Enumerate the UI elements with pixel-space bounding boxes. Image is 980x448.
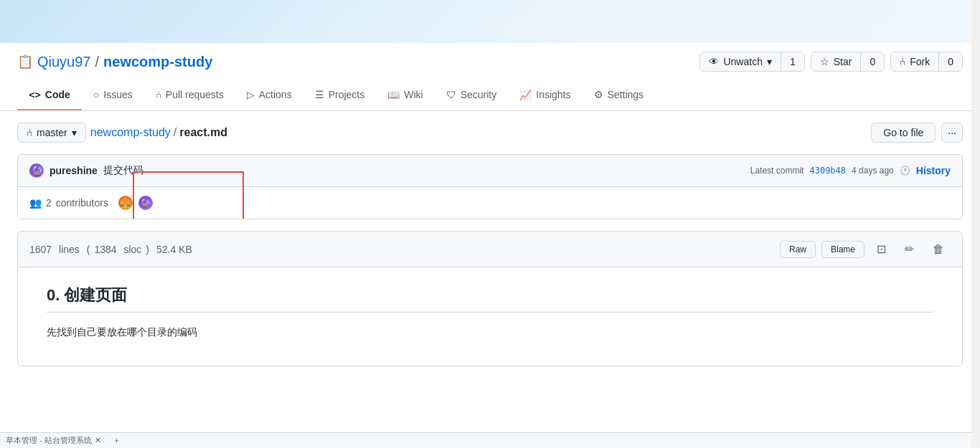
star-icon: ☆	[820, 56, 829, 67]
branch-selector[interactable]: ⑃ master ▾	[17, 123, 86, 143]
commit-message: 提交代码	[103, 164, 143, 177]
commit-hash[interactable]: 4309b48	[809, 166, 846, 176]
repo-actions: 👁 Unwatch ▾ 1 ☆ Star 0 ⑃ Fork	[699, 52, 963, 72]
star-label: Star	[834, 56, 852, 67]
file-sloc: 1384	[94, 244, 116, 255]
commit-box: 🔮 pureshine 提交代码 Latest commit 4309b48 4…	[17, 154, 963, 219]
breadcrumb-actions: Go to file ···	[871, 123, 963, 143]
tab-code[interactable]: <> Code	[17, 80, 82, 110]
unwatch-count[interactable]: 1	[781, 52, 804, 71]
contributor-count: 2	[46, 197, 52, 209]
insights-icon: 📈	[519, 89, 532, 100]
contributor-avatar-2[interactable]: 🔮	[137, 194, 154, 211]
file-actions: Raw Blame ⊡ ✏ 🗑	[780, 239, 951, 259]
unwatch-group: 👁 Unwatch ▾ 1	[699, 52, 804, 72]
file-size: 52.4 KB	[156, 244, 192, 255]
commit-header: 🔮 pureshine 提交代码 Latest commit 4309b48 4…	[18, 155, 962, 187]
repo-owner-link[interactable]: Qiuyu97	[37, 54, 91, 70]
delete-button[interactable]: 🗑	[926, 239, 951, 259]
commit-time: 4 days ago	[852, 166, 894, 176]
more-options-button[interactable]: ···	[941, 123, 963, 143]
tab-security[interactable]: 🛡 Security	[435, 80, 509, 110]
blame-button[interactable]: Blame	[821, 241, 864, 258]
pr-icon: ⑃	[156, 89, 161, 100]
repo-name-link[interactable]: newcomp-study	[103, 54, 212, 70]
tab-insights[interactable]: 📈 Insights	[508, 80, 582, 110]
fork-label: Fork	[910, 56, 930, 67]
fork-group: ⑃ Fork 0	[890, 52, 963, 72]
people-icon: 👥	[29, 197, 42, 209]
author-name[interactable]: pureshine	[50, 165, 98, 176]
breadcrumb-bar: ⑃ master ▾ newcomp-study / react.md Go t…	[17, 123, 963, 143]
breadcrumb-path: newcomp-study / react.md	[90, 126, 227, 139]
eye-icon: 👁	[709, 56, 719, 67]
history-link[interactable]: History	[916, 165, 951, 176]
file-lines: 1607	[29, 244, 52, 255]
unwatch-dropdown-icon: ▾	[767, 56, 772, 67]
tab-pull-requests[interactable]: ⑃ Pull requests	[144, 80, 235, 110]
star-button[interactable]: ☆ Star	[811, 52, 862, 71]
clock-icon: 🕐	[900, 166, 910, 176]
unwatch-button[interactable]: 👁 Unwatch ▾	[700, 52, 781, 71]
commit-author: 🔮 pureshine 提交代码	[29, 163, 143, 178]
tab-issues[interactable]: ○ Issues	[82, 80, 144, 110]
fork-count[interactable]: 0	[939, 52, 962, 71]
lines-label: lines	[59, 244, 80, 255]
tab-settings[interactable]: ⚙ Settings	[583, 80, 656, 110]
file-meta: 1607 lines (1384 sloc) 52.4 KB Raw Blame…	[18, 232, 962, 267]
latest-commit-label: Latest commit	[750, 166, 804, 176]
display-mode-button[interactable]: ⊡	[870, 239, 892, 259]
commit-meta: Latest commit 4309b48 4 days ago 🕐 Histo…	[750, 165, 951, 176]
main-content: ⑃ master ▾ newcomp-study / react.md Go t…	[0, 111, 980, 378]
author-avatar: 🔮	[29, 163, 44, 178]
fork-icon: ⑃	[900, 56, 905, 67]
contributor-avatars: 🍔 🔮	[117, 194, 154, 211]
star-count[interactable]: 0	[861, 52, 884, 71]
file-content: 0. 创建页面 先找到自己要放在哪个目录的编码	[18, 267, 962, 366]
security-icon: 🛡	[446, 89, 456, 100]
contributors-row: 👥 2 contributors 🍔 🔮	[18, 187, 962, 219]
edit-button[interactable]: ✏	[898, 239, 920, 259]
breadcrumb: ⑃ master ▾ newcomp-study / react.md	[17, 123, 227, 143]
file-info-bar: 1607 lines (1384 sloc) 52.4 KB Raw Blame…	[17, 231, 963, 366]
repo-icon: 📋	[17, 54, 33, 70]
nav-tabs: <> Code ○ Issues ⑃ Pull requests ▷ Actio…	[0, 80, 980, 111]
tab-projects[interactable]: ☰ Projects	[303, 80, 377, 110]
breadcrumb-separator: /	[174, 126, 176, 139]
actions-icon: ▷	[247, 89, 255, 100]
go-to-file-button[interactable]: Go to file	[871, 123, 936, 143]
repo-path: 📋 Qiuyu97 / newcomp-study	[17, 54, 212, 70]
contributors-label: 👥 2 contributors	[29, 197, 108, 209]
content-heading: 0. 创建页面	[47, 285, 933, 313]
tab-actions[interactable]: ▷ Actions	[235, 80, 303, 110]
page-header: 📋 Qiuyu97 / newcomp-study 👁 Unwatch ▾ 1 …	[0, 43, 980, 80]
file-sloc-parens: (	[87, 244, 90, 255]
breadcrumb-file: react.md	[179, 126, 227, 139]
unwatch-label: Unwatch	[723, 56, 762, 67]
tab-wiki[interactable]: 📖 Wiki	[376, 80, 434, 110]
code-icon: <>	[29, 89, 41, 100]
settings-icon: ⚙	[594, 89, 603, 100]
sloc-label: sloc	[123, 244, 141, 255]
projects-icon: ☰	[315, 89, 324, 100]
contributors-text: contributors	[56, 197, 108, 209]
branch-name: master	[37, 127, 67, 138]
fork-button[interactable]: ⑃ Fork	[891, 52, 939, 71]
wiki-icon: 📖	[387, 89, 400, 100]
raw-button[interactable]: Raw	[780, 241, 816, 258]
star-group: ☆ Star 0	[811, 52, 885, 72]
file-stats: 1607 lines (1384 sloc) 52.4 KB	[29, 244, 197, 255]
scrollbar[interactable]	[971, 0, 980, 378]
top-gradient-bar	[0, 0, 980, 43]
contributor-avatar-1[interactable]: 🍔	[117, 194, 134, 211]
path-separator: /	[95, 54, 100, 70]
chevron-down-icon: ▾	[72, 127, 77, 138]
breadcrumb-repo-link[interactable]: newcomp-study	[90, 126, 171, 139]
issues-icon: ○	[93, 89, 99, 100]
branch-icon: ⑃	[27, 127, 32, 138]
content-paragraph: 先找到自己要放在哪个目录的编码	[47, 324, 933, 340]
